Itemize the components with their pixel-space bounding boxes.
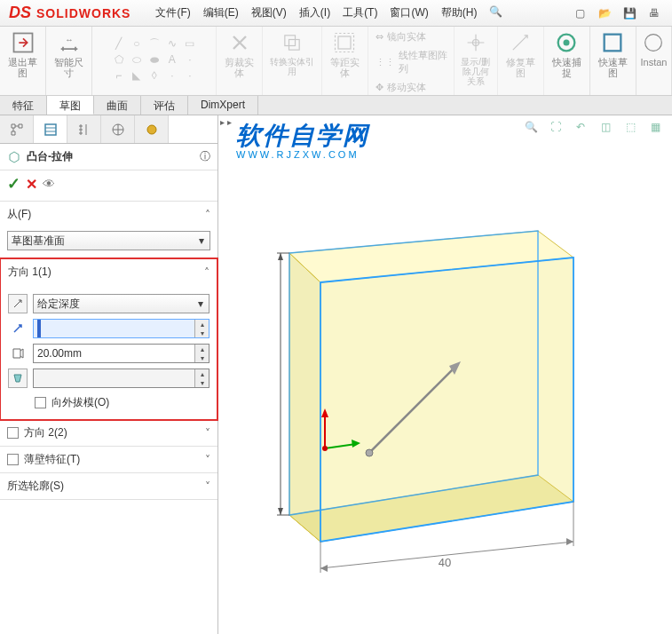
svg-rect-9 [605,35,621,52]
tab-surface[interactable]: 曲面 [94,96,141,115]
tab-dimxpert[interactable]: DimXpert [188,96,258,115]
chamfer-icon[interactable]: ◣ [129,67,145,83]
slot-icon[interactable]: ⬭ [129,52,145,67]
menu-bar: 文件(F) 编辑(E) 视图(V) 插入(I) 工具(T) 窗口(W) 帮助(H… [150,2,508,24]
svg-marker-29 [566,538,573,545]
section-from-header[interactable]: 从(F) ˄ [0,202,217,227]
app-logo: DS SOLIDWORKS [0,4,139,22]
svg-rect-3 [289,40,300,51]
chevron-down-icon: ˅ [205,427,210,440]
section-dir1-header[interactable]: 方向 1(1) ˄ [1,259,217,285]
reverse-direction-icon[interactable] [8,294,28,313]
preview-icon[interactable]: 👁 [43,177,55,191]
draft-angle-input[interactable]: ▴▾ [33,369,210,388]
ellipse-icon[interactable]: ⬬ [146,52,162,67]
graphics-viewport[interactable]: ▸ ▸ 软件自学网 WWW.RJZXW.COM 🔍 ⛶ ↶ ◫ ⬚ ▦ [218,115,672,634]
svg-text:↔: ↔ [65,36,73,44]
print-icon[interactable]: 🖶 [645,4,663,22]
poly-icon[interactable]: ⬠ [111,52,127,67]
spline-icon[interactable]: ∿ [164,36,180,52]
dir2-checkbox[interactable] [7,427,19,439]
fillet-icon[interactable]: ⌐ [111,67,127,83]
spin-up[interactable]: ▴ [194,320,209,329]
menu-edit[interactable]: 编辑(E) [198,2,244,24]
prev-view-icon[interactable]: ↶ [571,117,590,137]
spin-up[interactable]: ▴ [194,345,209,353]
pm-title: 凸台-拉伸 [27,149,73,164]
panel-tab-property-manager[interactable] [34,115,67,143]
arc-icon[interactable]: ⌒ [146,36,162,52]
more1-icon[interactable]: · [164,67,180,83]
ribbon-snap[interactable]: 快速捕捉 [544,27,590,95]
text-icon[interactable]: A [164,52,180,67]
end-condition-dropdown[interactable]: 给定深度 [33,294,210,313]
section-contours: 所选轮廓(S) ˅ [0,473,217,500]
draft-outward-checkbox[interactable] [35,397,46,408]
ribbon-instant[interactable]: Instan [636,27,672,95]
from-dropdown[interactable]: 草图基准面 [7,231,210,250]
chevron-up-icon: ˄ [204,266,210,279]
depth-input[interactable]: 20.00mm ▴▾ [33,344,210,363]
view-orient-icon[interactable]: ⬚ [621,117,640,137]
ribbon-trim[interactable]: 剪裁实体 [217,27,263,95]
point-icon[interactable]: · [182,52,198,67]
property-manager: 凸台-拉伸 ⓘ ✓ ✕ 👁 从(F) ˄ 草图基准面 方向 1(1) ˄ [0,115,218,634]
spin-down[interactable]: ▾ [194,378,209,387]
tab-sketch[interactable]: 草图 [47,96,94,115]
open-doc-icon[interactable]: 📂 [596,4,613,22]
ok-button[interactable]: ✓ [7,174,20,194]
menu-file[interactable]: 文件(F) [150,2,195,24]
direction-reference-input[interactable]: ▴▾ [33,319,210,338]
cancel-button[interactable]: ✕ [26,176,37,193]
menu-insert[interactable]: 插入(I) [294,2,336,24]
pattern-icon[interactable]: ⋮⋮ [376,57,395,68]
ribbon-exit-sketch[interactable]: 退出草图 [0,27,46,95]
spin-down[interactable]: ▾ [194,329,209,337]
panel-tab-dimxpert[interactable] [101,115,135,143]
plane-icon[interactable]: ◊ [146,67,162,83]
ribbon-smart-dim[interactable]: ↔ 智能尺寸 [46,27,92,95]
svg-rect-4 [338,36,351,49]
more2-icon[interactable]: · [182,67,198,83]
draft-icon[interactable] [8,369,28,388]
line-icon[interactable]: ╱ [111,36,127,52]
section-view-icon[interactable]: ◫ [596,117,615,137]
panel-tab-config[interactable] [67,115,101,143]
help-icon[interactable]: ⓘ [200,149,210,164]
logo-ds-icon: DS [9,4,31,22]
menu-tools[interactable]: 工具(T) [337,2,383,24]
ribbon-quick-sketch[interactable]: 快速草图 [590,27,636,95]
svg-marker-28 [320,565,328,572]
thin-checkbox[interactable] [7,454,19,465]
mirror-icon[interactable]: ⇔ [376,31,383,43]
section-thin-header[interactable]: 薄壁特征(T) ˅ [0,447,217,472]
menu-window[interactable]: 窗口(W) [384,2,433,24]
menu-view[interactable]: 视图(V) [246,2,292,24]
section-contours-header[interactable]: 所选轮廓(S) ˅ [0,473,217,499]
spin-down[interactable]: ▾ [194,353,209,362]
tab-evaluate[interactable]: 评估 [141,96,188,115]
main-area: 凸台-拉伸 ⓘ ✓ ✕ 👁 从(F) ˄ 草图基准面 方向 1(1) ˄ [0,115,672,634]
direction-arrow-icon[interactable] [8,319,28,338]
panel-tab-display[interactable] [135,115,169,143]
display-style-icon[interactable]: ▦ [645,117,665,137]
ribbon-repair[interactable]: 修复草图 [498,27,544,95]
ribbon-offset[interactable]: 等距实体 [322,27,368,95]
menu-search-icon[interactable]: 🔍 [484,2,508,24]
ribbon-relations[interactable]: 显示/删除几何关系 [455,27,498,95]
new-doc-icon[interactable]: ▢ [571,4,589,22]
ribbon-convert[interactable]: 转换实体引用 [263,27,321,95]
tab-feature[interactable]: 特征 [0,96,47,115]
move-icon[interactable]: ✥ [376,82,383,93]
circle-icon[interactable]: ○ [129,36,145,52]
zoom-area-icon[interactable]: ⛶ [546,117,565,137]
panel-tab-feature-tree[interactable] [0,115,34,143]
flyout-tree-icon[interactable]: ▸ ▸ [220,117,232,127]
menu-help[interactable]: 帮助(H) [436,2,483,24]
spin-up[interactable]: ▴ [194,369,209,378]
rect-icon[interactable]: ▭ [182,36,198,52]
command-tabs: 特征 草图 曲面 评估 DimXpert [0,96,672,115]
save-icon[interactable]: 💾 [621,4,638,22]
zoom-fit-icon[interactable]: 🔍 [521,117,541,137]
section-dir2-header[interactable]: 方向 2(2) ˅ [0,420,217,446]
